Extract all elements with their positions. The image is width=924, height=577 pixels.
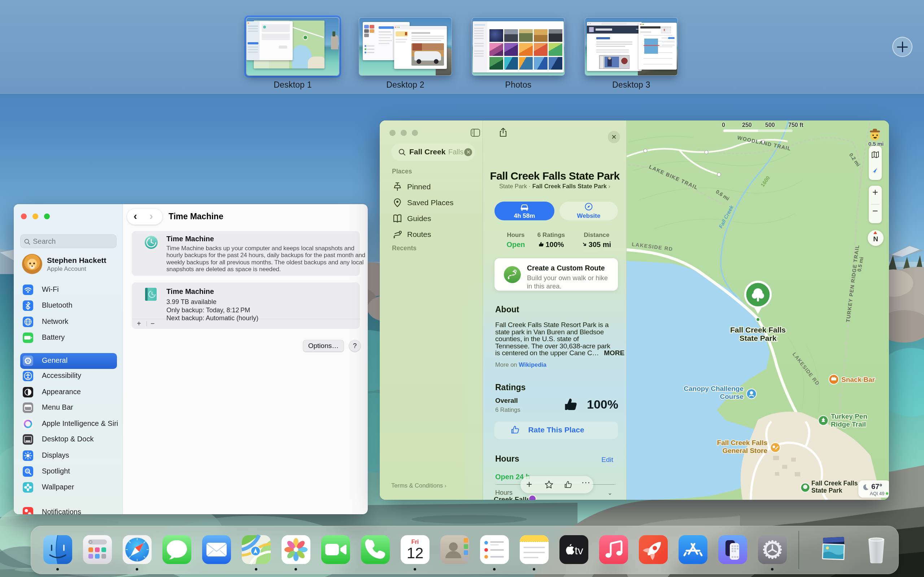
svg-text:State Park: State Park [811,487,842,494]
svg-text:Fri: Fri [412,539,419,545]
svg-text:tv: tv [575,545,583,556]
svg-text:Turkey Pen: Turkey Pen [831,413,867,420]
svg-text:General Store: General Store [722,447,767,455]
svg-text:Ridge Trail: Ridge Trail [831,421,866,428]
svg-text:Course: Course [720,393,743,400]
svg-text:12: 12 [407,545,424,561]
svg-text:Canopy Challenge: Canopy Challenge [683,385,743,392]
svg-text:State Park: State Park [740,334,777,342]
svg-text:Fall Creek Falls: Fall Creek Falls [811,480,858,487]
svg-text:Snack Bar: Snack Bar [842,376,875,384]
svg-text:Fall Creek Falls: Fall Creek Falls [730,326,786,334]
svg-text:Fall Creek Falls: Fall Creek Falls [717,439,767,446]
